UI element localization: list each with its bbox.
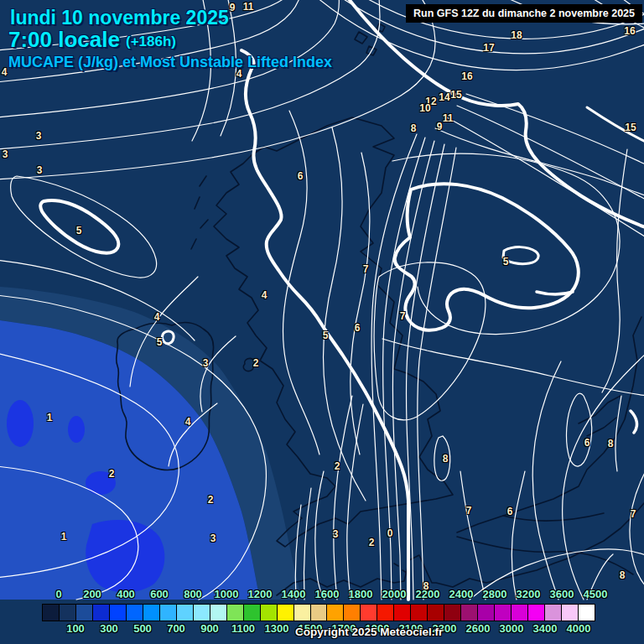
scale-box — [428, 604, 444, 621]
contour-label: 10 — [419, 103, 430, 113]
scale-box — [394, 604, 411, 621]
contour-label: 15 — [625, 122, 636, 132]
scale-tick-label: 2200 — [416, 589, 440, 600]
contour-label: 8 — [608, 439, 614, 449]
scale-box — [528, 604, 545, 621]
contour-label: 3 — [3, 149, 8, 159]
contour-label: 2 — [253, 358, 259, 368]
contour-label: 3 — [37, 165, 43, 175]
scale-tick-label: 0 — [55, 589, 61, 600]
scale-tick-label: 3000 — [500, 623, 524, 634]
scale-tick-label: 2800 — [483, 589, 507, 600]
scale-tick-label: 500 — [133, 623, 152, 634]
scale-box — [562, 604, 579, 621]
scale-tick-label: 200 — [83, 589, 101, 600]
scale-tick-label: 3200 — [517, 589, 541, 600]
contour-label: 7 — [400, 311, 406, 321]
scale-tick-label: 400 — [117, 589, 135, 600]
parameter-title: MUCAPE (J/kg) et Most Unstable Lifted In… — [8, 54, 332, 71]
scale-box — [361, 604, 377, 621]
scale-tick-label: 3400 — [533, 623, 558, 634]
map-canvas — [0, 0, 644, 644]
scale-tick-label: 4500 — [584, 589, 608, 600]
contour-label: 8 — [411, 123, 417, 133]
contour-label: 11 — [443, 113, 454, 123]
contour-label: 18 — [511, 30, 522, 40]
scale-box — [411, 604, 428, 621]
scale-box — [210, 604, 227, 621]
contour-label: 14 — [439, 92, 449, 102]
contour-label: 5 — [323, 330, 329, 340]
scale-box — [344, 604, 361, 621]
contour-label: 2 — [208, 495, 214, 505]
scale-box — [244, 604, 261, 621]
contour-label: 9 — [230, 3, 236, 13]
contour-label: 6 — [298, 171, 304, 181]
forecast-map[interactable]: 9114416181716151412101198153336557447655… — [0, 0, 644, 644]
contour-label: 4 — [185, 417, 191, 427]
scale-tick-label: 1600 — [315, 589, 340, 600]
contour-label: 16 — [624, 26, 635, 36]
scale-tick-label: 900 — [200, 623, 219, 634]
contour-label: 4 — [2, 67, 8, 77]
contour-label: 3 — [36, 131, 42, 141]
scale-box — [478, 604, 495, 621]
scale-box — [227, 604, 244, 621]
scale-box — [495, 604, 512, 621]
scale-box — [93, 604, 110, 621]
scale-tick-label: 600 — [150, 589, 169, 600]
contour-label: 8 — [620, 570, 626, 580]
contour-label: 3 — [210, 533, 216, 543]
cape-fill-areas — [0, 287, 302, 600]
scale-box — [60, 604, 76, 621]
scale-box — [42, 604, 60, 621]
scale-box — [194, 604, 210, 621]
contour-label: 15 — [450, 90, 461, 100]
contour-label: 5 — [503, 257, 509, 267]
contour-label: 17 — [483, 43, 494, 53]
contour-label: 4 — [154, 312, 160, 322]
contour-label: 4 — [262, 290, 267, 300]
scale-tick-label: 2400 — [449, 589, 474, 600]
scale-box — [76, 604, 93, 621]
contour-label: 0 — [387, 528, 393, 538]
scale-box — [261, 604, 278, 621]
scale-tick-label: 1100 — [231, 623, 255, 634]
contour-label: 6 — [507, 506, 513, 517]
scale-box — [143, 604, 160, 621]
scale-tick-label: 800 — [184, 589, 202, 600]
scale-box — [127, 604, 143, 621]
scale-tick-label: 1300 — [265, 623, 289, 634]
scale-box — [377, 604, 394, 621]
scale-tick-label: 2600 — [466, 623, 491, 634]
scale-tick-label: 1400 — [282, 589, 306, 600]
contour-label: 6 — [355, 323, 361, 333]
scale-tick-label: 1000 — [215, 589, 239, 600]
contour-label: 16 — [461, 71, 472, 81]
scale-box — [444, 604, 461, 621]
contour-label: 7 — [363, 264, 369, 274]
contour-label: 3 — [203, 358, 209, 368]
contour-label: 2 — [109, 469, 115, 479]
contour-label: 1 — [61, 532, 67, 542]
scale-tick-label: 3600 — [550, 589, 574, 600]
scale-tick-label: 4000 — [567, 623, 591, 634]
scale-tick-label: 2000 — [382, 589, 407, 600]
contour-label: 1 — [47, 413, 53, 423]
copyright-label: Copyright 2025 Meteociel.fr — [295, 626, 443, 638]
scale-box — [278, 604, 294, 621]
scale-box — [160, 604, 177, 621]
date-label: lundi 10 novembre 2025 — [10, 7, 229, 29]
contour-label: 7 — [466, 506, 472, 516]
scale-tick-label: 100 — [66, 623, 85, 634]
scale-box — [177, 604, 194, 621]
contour-label: 2 — [369, 538, 375, 548]
scale-box — [512, 604, 528, 621]
scale-box — [579, 604, 595, 621]
contour-label: 5 — [157, 337, 163, 347]
cape-color-scale — [42, 604, 595, 621]
scale-box — [110, 604, 127, 621]
contour-label: 11 — [243, 2, 254, 12]
contour-label: 3 — [333, 529, 339, 539]
contour-label: 7 — [631, 509, 636, 519]
